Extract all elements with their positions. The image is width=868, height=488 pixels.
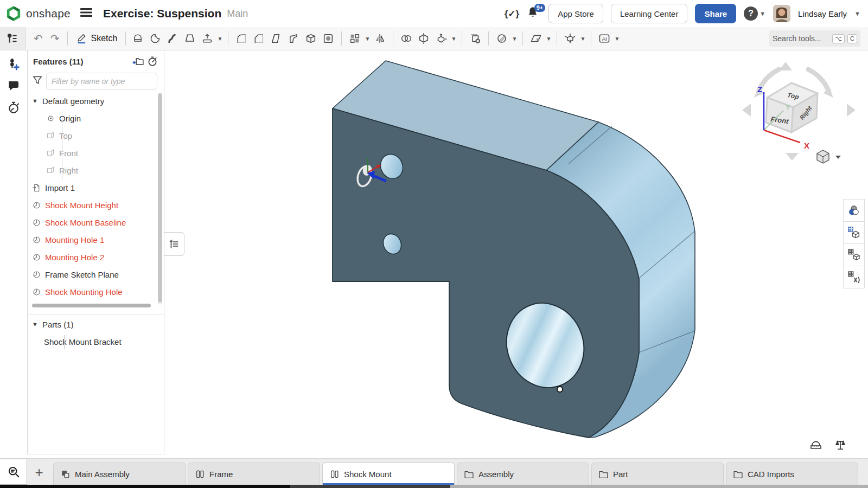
sketch-label: Sketch (91, 34, 118, 43)
sketch-button[interactable]: Sketch (72, 33, 122, 44)
view-cube[interactable]: Top Front Right Y Z X (742, 62, 856, 163)
feature-row[interactable]: Frame Sketch Plane (28, 266, 156, 283)
sketch-vertex-point[interactable] (557, 387, 563, 392)
named-views-icon[interactable] (562, 29, 578, 48)
boolean-icon[interactable] (398, 29, 414, 48)
transform-icon[interactable] (433, 29, 449, 48)
split-icon[interactable] (416, 29, 432, 48)
tree-guide-line (62, 111, 62, 180)
thicken-icon[interactable] (199, 29, 215, 48)
horizontal-scrollbar[interactable] (32, 304, 151, 307)
part-row[interactable]: Shock Mount Bracket (28, 333, 164, 350)
redo-button[interactable]: ↷ (47, 33, 63, 44)
tab-frame[interactable]: Frame (188, 463, 320, 485)
svg-text:X: X (804, 141, 809, 150)
parts-group-row[interactable]: ▼ Parts (1) (28, 316, 164, 333)
tab-label: CAD Imports (748, 470, 794, 479)
user-menu[interactable]: Lindsay Early (798, 9, 847, 18)
filter-icon[interactable] (32, 75, 43, 88)
measure-icon[interactable] (809, 439, 822, 453)
sweep-icon[interactable] (164, 29, 181, 48)
user-avatar[interactable] (773, 5, 790, 22)
rollback-bar-icon[interactable] (145, 55, 159, 68)
feature-row[interactable]: ▼Default geometry (28, 92, 156, 110)
chevron-down-icon[interactable]: ▼ (364, 36, 371, 42)
chevron-down-icon[interactable]: ▼ (545, 36, 552, 42)
tab-label: Frame (209, 470, 233, 479)
plane-icon (46, 131, 55, 140)
search-tabs-button[interactable] (0, 459, 27, 485)
rib-icon[interactable] (285, 29, 302, 48)
feature-row[interactable]: Import 1 (28, 179, 156, 196)
feature-row[interactable]: Mounting Hole 1 (28, 231, 156, 248)
vertical-scrollbar[interactable] (158, 93, 162, 305)
repair-icon[interactable] (494, 29, 510, 48)
chevron-down-icon[interactable]: ▼ (216, 36, 223, 42)
undo-button[interactable]: ↶ (30, 33, 47, 44)
feature-row[interactable]: Front (28, 144, 156, 162)
feature-list-toggle-button[interactable] (0, 27, 25, 50)
hole-icon[interactable] (320, 29, 336, 48)
ai-icon[interactable]: AI (596, 29, 612, 48)
tab-shock-mount[interactable]: Shock Mount (322, 463, 455, 485)
loft-icon[interactable] (182, 29, 198, 48)
named-views-panel-button[interactable] (843, 221, 865, 244)
delete-part-icon[interactable] (467, 29, 483, 48)
new-folder-icon[interactable] (131, 55, 145, 68)
chevron-down-icon[interactable]: ▼ (32, 98, 39, 104)
chevron-down-icon[interactable]: ▼ (614, 36, 620, 42)
history-button[interactable] (0, 97, 27, 118)
tab-cad-imports[interactable]: CAD Imports (726, 463, 858, 485)
feature-filter-input[interactable] (46, 73, 157, 90)
extrude-icon[interactable] (130, 29, 146, 48)
chevron-down-icon[interactable]: ▼ (511, 36, 518, 42)
notifications-button[interactable]: 9+ (527, 6, 541, 21)
toolbar-divider (591, 31, 591, 46)
main-menu-icon[interactable] (80, 8, 92, 20)
toolbar-divider (67, 31, 68, 46)
configurations-button[interactable] (0, 53, 27, 75)
search-tools-input[interactable]: Search tools... ⌥ C (769, 30, 860, 47)
mass-properties-icon[interactable] (834, 439, 846, 453)
chevron-down-icon[interactable]: ▼ (450, 36, 457, 42)
feature-row[interactable]: Shock Mount Height (28, 196, 156, 214)
variables-panel-button[interactable] (843, 266, 865, 288)
feature-row[interactable]: Shock Mounting Hole (28, 283, 156, 300)
shell-icon[interactable] (303, 29, 319, 48)
feature-row[interactable]: Right (28, 162, 156, 179)
comments-button[interactable] (0, 75, 27, 97)
chamfer-icon[interactable] (251, 29, 267, 48)
tab-main-assembly[interactable]: Main Assembly (53, 463, 186, 485)
chevron-down-icon[interactable]: ▼ (579, 36, 586, 42)
learning-center-button[interactable]: Learning Center (611, 4, 688, 23)
new-tab-button[interactable]: + (29, 462, 49, 483)
rotate-down-arrow (786, 153, 799, 160)
chevron-down-icon[interactable]: ▼ (32, 321, 39, 328)
tab-assembly[interactable]: Assembly (457, 463, 589, 485)
viewport-right-rail (843, 200, 865, 288)
help-menu[interactable]: ? ▼ (744, 7, 765, 21)
workspace-label[interactable]: Main (227, 8, 248, 20)
configurations-panel-button[interactable] (843, 243, 865, 266)
feature-row[interactable]: Mounting Hole 2 (28, 248, 156, 266)
fillet-icon[interactable] (233, 29, 250, 48)
featurescript-icon[interactable]: {✓} (505, 8, 519, 20)
app-store-button[interactable]: App Store (548, 4, 603, 23)
view-options-button[interactable] (817, 150, 841, 163)
onshape-logo[interactable]: onshape (0, 5, 71, 22)
feature-row[interactable]: Top (28, 127, 156, 144)
feature-row[interactable]: Origin (28, 110, 156, 127)
display-states-button[interactable] (843, 199, 865, 222)
sketch-icon (32, 253, 41, 262)
share-button[interactable]: Share (695, 4, 736, 23)
features-panel-flyout-handle[interactable] (164, 232, 184, 256)
pattern-icon[interactable] (347, 29, 363, 48)
tab-part[interactable]: Part (591, 463, 724, 485)
plane-tool-icon[interactable] (528, 29, 544, 48)
draft-icon[interactable] (268, 29, 284, 48)
feature-row[interactable]: Shock Mount Baseline (28, 214, 156, 231)
help-icon[interactable]: ? (744, 7, 758, 21)
mirror-icon[interactable] (372, 29, 388, 48)
revolve-icon[interactable] (147, 29, 163, 48)
shock-mount-bracket-model[interactable] (333, 61, 695, 438)
